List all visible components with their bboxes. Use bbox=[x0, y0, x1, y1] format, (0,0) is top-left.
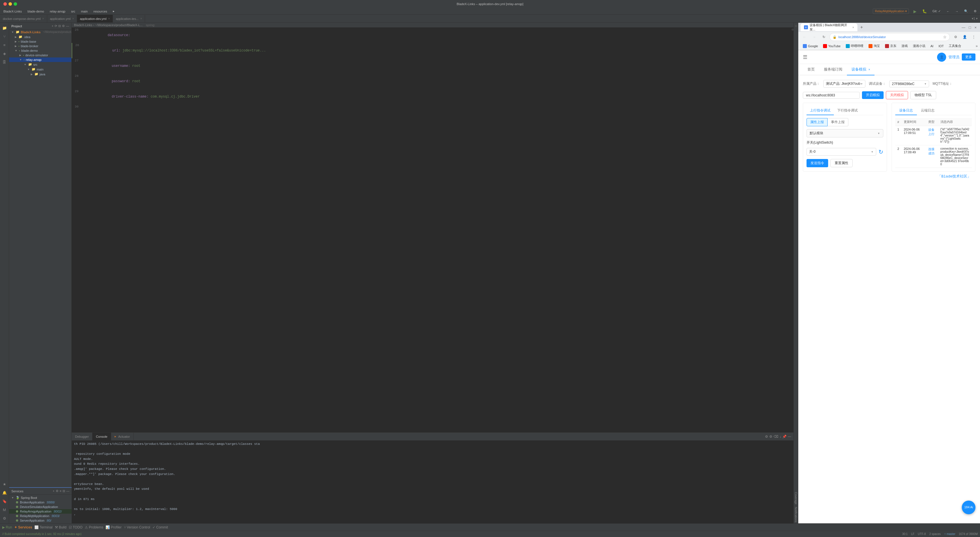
services-add-icon[interactable]: + bbox=[52, 489, 54, 493]
profiler-button[interactable]: 📊 Profiler bbox=[105, 525, 121, 529]
tree-item-main[interactable]: ▼ 📁 main bbox=[9, 67, 72, 72]
browser-back-button[interactable]: ← bbox=[800, 33, 808, 41]
service-relay-amqp[interactable]: RelayAmqpApplication :8002/ bbox=[9, 509, 72, 514]
menu-debug-btn[interactable]: 🐛 bbox=[921, 8, 928, 14]
browser-minimize-icon[interactable]: — bbox=[961, 25, 967, 30]
browser-new-tab-button[interactable]: + bbox=[859, 25, 865, 30]
send-command-button[interactable]: 发送指令 bbox=[807, 159, 828, 167]
tab-device-simulator[interactable]: 设备模拟 × bbox=[847, 64, 875, 75]
tab-application-dev[interactable]: application-dev.yml × bbox=[77, 15, 113, 23]
service-server[interactable]: ServerApplication :80/ bbox=[9, 518, 72, 523]
coverage-icon[interactable]: ◎ bbox=[794, 24, 798, 28]
tree-item-blade-base[interactable]: ▶ ▪ blade-base bbox=[9, 39, 72, 44]
charset-indicator[interactable]: UTF-8 bbox=[918, 532, 926, 535]
bookmark-ai[interactable]: AI bbox=[928, 44, 935, 48]
tree-item-relay-amqp[interactable]: ▼ ▪ relay-amqp bbox=[9, 57, 72, 62]
tsl-button[interactable]: 物模型 TSL bbox=[910, 91, 936, 99]
more-button[interactable]: 更多 bbox=[962, 54, 975, 61]
browser-extensions-icon[interactable]: ⚙ bbox=[951, 33, 959, 41]
tab-event-report[interactable]: 事件上报 bbox=[827, 118, 848, 126]
minimize-button[interactable] bbox=[8, 2, 12, 6]
browser-reload-button[interactable]: ↻ bbox=[820, 33, 828, 41]
services-list-icon[interactable]: ≡ bbox=[60, 489, 61, 493]
console-output[interactable]: th PID 26085 (/Users/chill/Workspaces/pr… bbox=[72, 441, 794, 523]
hamburger-menu-icon[interactable]: ☰ bbox=[803, 54, 807, 60]
bookmark-youtube[interactable]: YouTube bbox=[821, 43, 843, 49]
menu-git[interactable]: Git: ✓ bbox=[931, 9, 942, 14]
console-icon-clear[interactable]: ⌫ bbox=[773, 435, 778, 438]
lf-indicator[interactable]: LF bbox=[911, 532, 915, 535]
indent-indicator[interactable]: 2 spaces bbox=[929, 532, 941, 535]
service-broker[interactable]: BrokerApplication :8888/ bbox=[9, 500, 72, 505]
menu-blade-demo[interactable]: blade-demo bbox=[27, 9, 45, 14]
tab-application-test[interactable]: application-tes... × bbox=[113, 15, 145, 23]
tree-item-blade-demo[interactable]: ▼ ▪ blade-demo bbox=[9, 48, 72, 53]
commit-button[interactable]: ✓ Commit bbox=[153, 525, 168, 529]
services-button[interactable]: ✦ Services bbox=[14, 525, 32, 529]
sidebar-notifications-icon[interactable]: 🔔 bbox=[0, 489, 8, 497]
menu-main[interactable]: main bbox=[80, 9, 89, 14]
spring-boot-group[interactable]: ▼ 🍃 Spring Boot bbox=[9, 495, 72, 500]
sidebar-bookmarks-icon[interactable]: 🔖 bbox=[0, 497, 8, 505]
services-group-icon[interactable]: ⊟ bbox=[62, 489, 65, 493]
tab-debugger[interactable]: Debugger bbox=[72, 433, 92, 441]
browser-maximize-icon[interactable]: □ bbox=[968, 25, 972, 30]
line-col-indicator[interactable]: 30:1 bbox=[902, 532, 907, 535]
menu-undo[interactable]: ← bbox=[945, 9, 951, 14]
menu-settings[interactable]: ⚙ bbox=[973, 9, 978, 14]
menu-expand[interactable]: ▸ bbox=[112, 9, 116, 14]
console-icon-close[interactable]: — bbox=[788, 435, 791, 438]
bookmark-manga[interactable]: 漫画小说 bbox=[911, 43, 928, 49]
window-controls[interactable] bbox=[3, 2, 17, 6]
project-icon-sync[interactable]: ⟳ bbox=[55, 24, 57, 28]
service-device-simulator[interactable]: DeviceSimulatorApplication bbox=[9, 505, 72, 509]
browser-url-bar[interactable]: 🔒 localhost:2888/iot/deviceSimulator ☆ bbox=[830, 33, 950, 41]
bookmark-bilibili[interactable]: 哔哩哔哩 bbox=[843, 43, 865, 49]
sidebar-copilot-icon[interactable]: ★ bbox=[0, 480, 8, 488]
project-icon-close[interactable]: — bbox=[66, 24, 69, 28]
tree-item-bladex-links[interactable]: ▼ 📁 BladeX-Links ~/Workspaces/product/Bl… bbox=[9, 30, 72, 34]
bookmark-star-icon[interactable]: ☆ bbox=[943, 35, 947, 39]
sidebar-settings-icon[interactable]: ⚙ bbox=[0, 514, 8, 522]
console-icon-scroll[interactable]: ↓ bbox=[780, 435, 781, 438]
menu-bladex-links[interactable]: BladeX-Links bbox=[2, 9, 23, 14]
terminal-button[interactable]: ⬜ Terminal bbox=[34, 525, 52, 529]
bookmark-taobao[interactable]: 淘宝 bbox=[866, 43, 882, 49]
maximize-button[interactable] bbox=[14, 2, 17, 6]
menu-run-btn[interactable]: ▶ bbox=[912, 8, 918, 14]
close-button[interactable] bbox=[3, 2, 7, 6]
browser-account-icon[interactable]: 👤 bbox=[961, 33, 969, 41]
mqtt-url-input[interactable] bbox=[803, 92, 860, 99]
browser-menu-icon[interactable]: ⋮ bbox=[970, 33, 978, 41]
bookmark-google[interactable]: Google bbox=[800, 43, 820, 49]
browser-forward-button[interactable]: → bbox=[810, 33, 818, 41]
bookmark-more-icon[interactable]: » bbox=[976, 44, 978, 48]
project-icon-collapse[interactable]: ⊟ bbox=[58, 24, 61, 28]
bookmark-jd[interactable]: 京东 bbox=[883, 43, 899, 49]
tab-home[interactable]: 首页 bbox=[803, 64, 819, 75]
code-editor[interactable]: 25 datasource: ⊟ 26 url: jdbc:mysql://lo… bbox=[72, 27, 794, 432]
device-select[interactable]: 27F86M286eC ▼ bbox=[889, 81, 929, 87]
project-icon-add[interactable]: + bbox=[52, 24, 54, 28]
version-control-button[interactable]: ⑂ Version Control bbox=[124, 525, 150, 529]
menu-run-config[interactable]: RelayMqttApplication ▾ bbox=[873, 8, 908, 14]
module-select[interactable]: 默认模块 ▼ bbox=[807, 129, 883, 137]
tab-close-icon[interactable]: × bbox=[108, 17, 110, 20]
bookmark-games[interactable]: 游戏 bbox=[899, 43, 910, 49]
tree-item-blade-broker[interactable]: ▶ ▪ blade-broker bbox=[9, 44, 72, 48]
console-icon-2[interactable]: ⚙ bbox=[769, 435, 772, 438]
tree-item-java[interactable]: ▶ 📁 java bbox=[9, 72, 72, 76]
refresh-icon[interactable]: ↻ bbox=[878, 148, 883, 155]
tab-attr-report[interactable]: 属性上报 bbox=[807, 118, 827, 126]
menu-src[interactable]: src bbox=[70, 9, 76, 14]
sidebar-project-icon[interactable]: 📁 bbox=[0, 24, 8, 32]
tab-close-icon[interactable]: × bbox=[869, 68, 870, 71]
menu-relay-amqp[interactable]: relay-amqp bbox=[49, 9, 67, 14]
product-select[interactable]: 测试产品: JkerjK97oub ▼ bbox=[823, 80, 865, 88]
services-settings-icon[interactable]: ⚙ bbox=[56, 489, 59, 493]
reset-attr-button[interactable]: 重置属性 bbox=[830, 159, 853, 167]
tab-close-icon[interactable]: × bbox=[140, 17, 142, 20]
menu-redo[interactable]: → bbox=[954, 9, 959, 14]
tab-close-icon[interactable]: × bbox=[72, 17, 74, 20]
sidebar-endpoints-icon[interactable]: ◈ bbox=[0, 49, 8, 57]
